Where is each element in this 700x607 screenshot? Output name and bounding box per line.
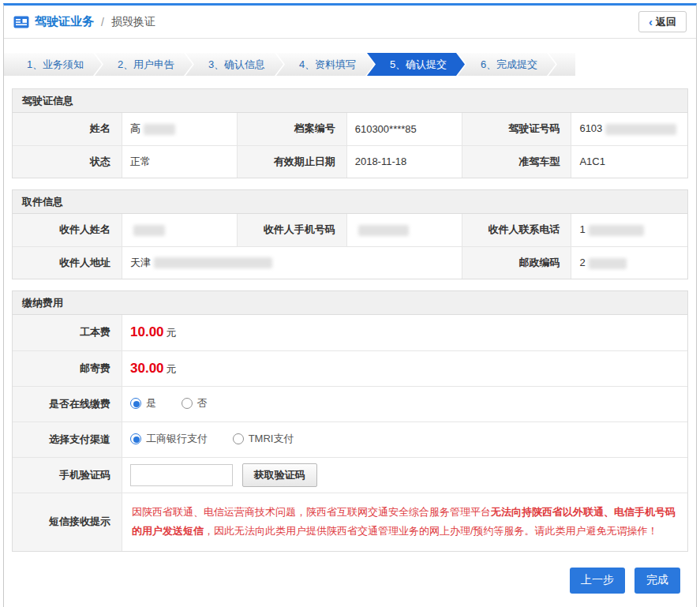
footer-actions: 上一步 完成 xyxy=(12,563,688,607)
section-license-info: 驾驶证信息 姓名 高 档案编号 610300****85 驾驶证号码 6 xyxy=(12,88,688,178)
get-sms-code-button[interactable]: 获取验证码 xyxy=(242,463,317,487)
recipient-mobile-value xyxy=(346,214,462,246)
license-business-icon xyxy=(13,16,29,28)
recipient-address-label: 收件人地址 xyxy=(13,246,122,279)
name-value-text: 高 xyxy=(130,122,140,134)
radio-selected-icon xyxy=(130,433,141,444)
online-payment-options: 是 否 xyxy=(122,386,688,422)
page-subtitle: 损毁换证 xyxy=(111,15,155,29)
radio-label: 是 xyxy=(146,396,156,410)
name-label: 姓名 xyxy=(13,113,122,145)
vehicle-class-label: 准驾车型 xyxy=(462,145,571,178)
pickup-info-table: 收件人姓名 收件人手机号码 收件人联系电话 1 收件人地址 xyxy=(13,214,687,279)
payment-channel-options: 工商银行支付 TMRI支付 xyxy=(122,422,688,457)
step-label: 2、用户申告 xyxy=(118,58,174,72)
redacted-value xyxy=(144,124,175,135)
step-navigation: 1、业务须知 2、用户申告 3、确认信息 4、资料填写 5、确认提交 6、完成提… xyxy=(4,53,696,76)
recipient-phone-label: 收件人联系电话 xyxy=(462,214,571,246)
vehicle-class-value: A1C1 xyxy=(571,145,687,178)
recipient-phone-text: 1 xyxy=(579,223,585,235)
license-info-table: 姓名 高 档案编号 610300****85 驾驶证号码 6103 状态 正常 … xyxy=(13,113,687,178)
fee-unit: 元 xyxy=(167,363,177,375)
redacted-value xyxy=(133,225,165,236)
page: 驾驶证业务 / 损毁换证 ‹ 返回 1、业务须知 2、用户申告 3、确认信息 4… xyxy=(3,3,697,607)
step-label: 6、完成提交 xyxy=(481,58,537,72)
radio-selected-icon xyxy=(130,398,141,409)
online-yes-radio[interactable]: 是 xyxy=(130,396,156,410)
sms-code-field: 获取验证码 xyxy=(122,457,688,493)
step-4-fill-materials[interactable]: 4、资料填写 xyxy=(276,53,374,76)
table-row: 工本费 10.00元 xyxy=(13,315,687,350)
zip-code-text: 2 xyxy=(579,257,585,268)
sms-notice-cell: 因陕西省联通、电信运营商技术问题，陕西省互联网交通安全综合服务管理平台无法向持陕… xyxy=(122,493,688,551)
sms-notice-part1: 因陕西省联通、电信运营商技术问题，陕西省互联网交通安全综合服务管理平台 xyxy=(132,506,491,518)
expiry-value: 2018-11-18 xyxy=(346,145,462,178)
recipient-address-text: 天津 xyxy=(130,257,151,268)
license-number-value: 6103 xyxy=(571,113,687,145)
table-row: 选择支付渠道 工商银行支付 TMRI支付 xyxy=(13,422,687,457)
section-title: 驾驶证信息 xyxy=(13,89,687,113)
postage-fee-amount: 30.00 xyxy=(130,361,164,376)
table-row: 收件人姓名 收件人手机号码 收件人联系电话 1 xyxy=(13,214,687,246)
section-title: 取件信息 xyxy=(13,190,687,214)
header-bar: 驾驶证业务 / 损毁换证 ‹ 返回 xyxy=(4,6,696,39)
recipient-phone-value: 1 xyxy=(571,214,687,246)
back-chevron-icon: ‹ xyxy=(649,16,653,28)
sms-notice-part3: ，因此无法向此类用户提供陕西省交通管理业务的网上办理/预约等服务。请此类用户避免… xyxy=(204,525,658,537)
sms-code-label: 手机验证码 xyxy=(13,457,122,493)
payment-channel-label: 选择支付渠道 xyxy=(13,422,122,457)
table-row: 短信接收提示 因陕西省联通、电信运营商技术问题，陕西省互联网交通安全综合服务管理… xyxy=(13,493,687,551)
step-6-complete-submit[interactable]: 6、完成提交 xyxy=(458,53,556,76)
online-no-radio[interactable]: 否 xyxy=(182,396,208,410)
recipient-address-value: 天津 xyxy=(122,246,462,279)
sms-code-input[interactable] xyxy=(130,464,233,486)
name-value: 高 xyxy=(122,113,238,145)
production-fee-label: 工本费 xyxy=(13,315,122,350)
title-group: 驾驶证业务 / 损毁换证 xyxy=(13,14,155,29)
license-number-text: 6103 xyxy=(579,122,602,134)
section-title: 缴纳费用 xyxy=(13,291,687,315)
step-label: 3、确认信息 xyxy=(208,58,265,72)
finish-button[interactable]: 完成 xyxy=(634,568,680,594)
online-payment-label: 是否在线缴费 xyxy=(13,386,122,422)
step-label: 1、业务须知 xyxy=(27,58,84,72)
redacted-value xyxy=(358,225,409,236)
previous-step-button[interactable]: 上一步 xyxy=(570,568,625,594)
step-2-user-declaration[interactable]: 2、用户申告 xyxy=(95,53,193,76)
postage-fee-value: 30.00元 xyxy=(122,350,688,386)
redacted-value xyxy=(589,225,644,236)
zip-code-value: 2 xyxy=(571,246,687,279)
step-5-confirm-submit[interactable]: 5、确认提交 xyxy=(367,53,465,76)
channel-tmri-radio[interactable]: TMRI支付 xyxy=(233,432,294,446)
sms-notice-label: 短信接收提示 xyxy=(13,493,122,551)
table-row: 是否在线缴费 是 否 xyxy=(13,386,687,422)
fee-unit: 元 xyxy=(167,327,177,339)
radio-label: 工商银行支付 xyxy=(146,432,208,446)
step-1-business-notice[interactable]: 1、业务须知 xyxy=(4,53,102,76)
license-number-label: 驾驶证号码 xyxy=(462,113,571,145)
table-row: 状态 正常 有效期止日期 2018-11-18 准驾车型 A1C1 xyxy=(13,145,687,178)
recipient-name-label: 收件人姓名 xyxy=(13,214,122,246)
table-row: 姓名 高 档案编号 610300****85 驾驶证号码 6103 xyxy=(13,113,687,145)
file-number-label: 档案编号 xyxy=(238,113,347,145)
back-button[interactable]: ‹ 返回 xyxy=(638,11,687,32)
channel-icbc-radio[interactable]: 工商银行支付 xyxy=(130,432,208,446)
sms-notice-text: 因陕西省联通、电信运营商技术问题，陕西省互联网交通安全综合服务管理平台无法向持陕… xyxy=(130,496,679,548)
step-label: 5、确认提交 xyxy=(390,58,447,72)
main-content: 驾驶证信息 姓名 高 档案编号 610300****85 驾驶证号码 6 xyxy=(4,88,696,607)
redacted-value xyxy=(589,258,627,269)
back-button-label: 返回 xyxy=(656,15,676,29)
step-3-confirm-info[interactable]: 3、确认信息 xyxy=(185,53,283,76)
radio-label: TMRI支付 xyxy=(249,432,294,446)
payment-table: 工本费 10.00元 邮寄费 30.00元 是否在线缴费 xyxy=(13,315,687,551)
postage-fee-label: 邮寄费 xyxy=(13,350,122,386)
radio-unselected-icon xyxy=(182,398,193,409)
file-number-value: 610300****85 xyxy=(346,113,462,145)
status-value: 正常 xyxy=(122,145,238,178)
page-title: 驾驶证业务 xyxy=(35,14,94,29)
section-pickup-info: 取件信息 收件人姓名 收件人手机号码 收件人联系电话 xyxy=(12,189,688,279)
section-payment: 缴纳费用 工本费 10.00元 邮寄费 30.00元 xyxy=(12,290,688,552)
step-label: 4、资料填写 xyxy=(299,58,356,72)
title-divider: / xyxy=(101,16,104,28)
table-row: 邮寄费 30.00元 xyxy=(13,350,687,386)
